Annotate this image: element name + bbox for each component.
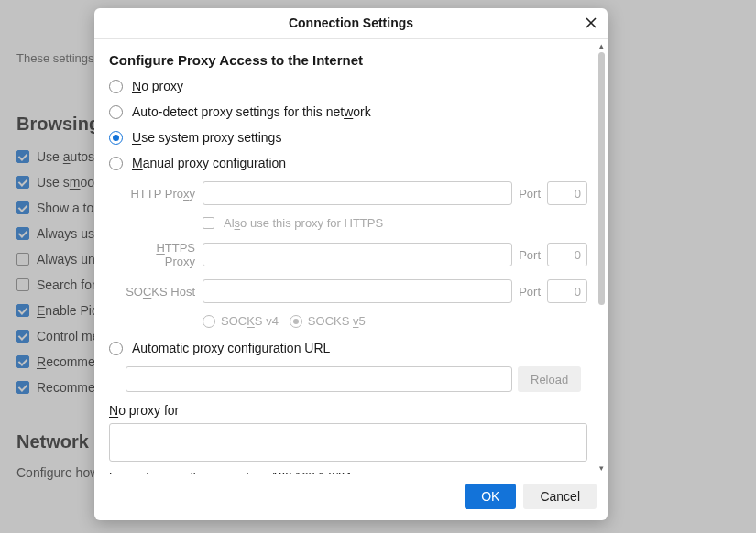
- https-proxy-input[interactable]: [203, 243, 512, 266]
- radio-icon: [109, 157, 123, 170]
- http-proxy-label: HTTP Proxy: [126, 187, 199, 201]
- radio-auto-config-url[interactable]: Automatic proxy configuration URL: [109, 341, 587, 355]
- http-proxy-input[interactable]: [203, 181, 512, 205]
- https-proxy-label: HTTPS Proxy: [126, 241, 199, 268]
- radio-no-proxy[interactable]: No proxy: [109, 79, 587, 93]
- reload-button[interactable]: Reload: [518, 366, 581, 392]
- port-label: Port: [516, 187, 543, 201]
- radio-label: Manual proxy configuration: [132, 156, 286, 170]
- radio-icon: [109, 105, 123, 119]
- scrollbar[interactable]: ▴ ▾: [595, 39, 608, 474]
- radio-socks-v5[interactable]: SOCKS v5: [290, 314, 366, 328]
- radio-label: No proxy: [132, 79, 183, 93]
- scroll-thumb[interactable]: [598, 52, 605, 305]
- socks-host-label: SOCKS Host: [126, 285, 199, 299]
- http-port-input[interactable]: 0: [547, 181, 587, 205]
- radio-label: Automatic proxy configuration URL: [132, 341, 330, 355]
- dialog-title: Connection Settings: [289, 16, 413, 30]
- socks-port-input[interactable]: 0: [547, 279, 587, 303]
- radio-label: Use system proxy settings: [132, 130, 281, 145]
- no-proxy-for-label: No proxy for: [109, 403, 587, 418]
- scroll-down-icon[interactable]: ▾: [595, 462, 608, 474]
- dialog-body: Configure Proxy Access to the Internet N…: [94, 39, 608, 474]
- radio-icon: [109, 342, 123, 355]
- radio-socks-v4[interactable]: SOCKS v4: [203, 314, 279, 328]
- radio-icon: [203, 315, 215, 328]
- dialog-footer: OK Cancel: [94, 474, 608, 520]
- cancel-button[interactable]: Cancel: [523, 484, 597, 509]
- manual-proxy-fields: HTTP Proxy Port 0 Also use this proxy fo…: [126, 181, 587, 328]
- close-button[interactable]: [582, 14, 600, 32]
- radio-icon: [109, 80, 123, 93]
- radio-icon: [290, 315, 302, 328]
- radio-label: Auto-detect proxy settings for this netw…: [132, 104, 371, 119]
- example-text: Example: .mozilla.org, .net.nz, 192.168.…: [109, 469, 587, 474]
- radio-use-system[interactable]: Use system proxy settings: [109, 130, 587, 145]
- connection-settings-dialog: Connection Settings Configure Proxy Acce…: [94, 8, 608, 520]
- port-label: Port: [516, 248, 543, 262]
- port-label: Port: [516, 285, 543, 299]
- ok-button[interactable]: OK: [465, 484, 516, 509]
- socks-host-input[interactable]: [203, 279, 512, 303]
- also-use-https-row[interactable]: Also use this proxy for HTTPS: [203, 216, 587, 230]
- https-port-input[interactable]: 0: [547, 243, 587, 266]
- close-icon: [585, 16, 597, 29]
- socks-v5-label: SOCKS v5: [308, 314, 366, 328]
- section-title: Configure Proxy Access to the Internet: [109, 52, 587, 68]
- auto-config-url-input[interactable]: [126, 366, 512, 392]
- dialog-header: Connection Settings: [94, 8, 608, 39]
- socks-v4-label: SOCKS v4: [221, 314, 279, 328]
- checkbox-icon: [203, 217, 214, 229]
- also-use-https-label: Also use this proxy for HTTPS: [224, 216, 383, 230]
- scroll-up-icon[interactable]: ▴: [595, 39, 608, 52]
- radio-auto-detect[interactable]: Auto-detect proxy settings for this netw…: [109, 104, 587, 119]
- radio-icon: [109, 131, 123, 145]
- radio-manual[interactable]: Manual proxy configuration: [109, 156, 587, 170]
- no-proxy-for-input[interactable]: [109, 423, 587, 462]
